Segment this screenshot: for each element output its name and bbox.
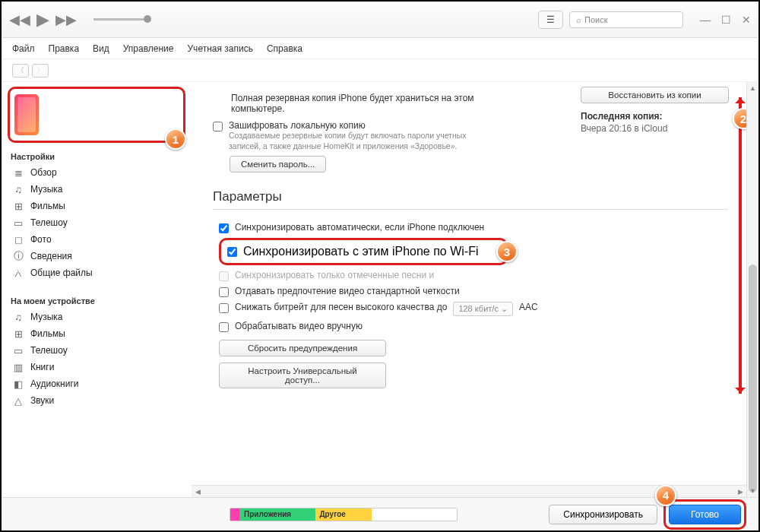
sidebar-settings-item-0[interactable]: ≣Обзор	[8, 164, 185, 181]
vertical-scrollbar[interactable]: ▲ ▼	[746, 82, 758, 497]
lower-bitrate-checkbox[interactable]	[219, 303, 229, 313]
only-checked-checkbox	[219, 271, 229, 281]
sidebar-device-item-0[interactable]: ♫Музыка	[8, 309, 185, 325]
sidebar-settings-item-label-2: Фильмы	[30, 201, 65, 211]
sidebar-device-item-2[interactable]: ▭Телешоу	[8, 342, 185, 359]
minimize-button[interactable]: —	[700, 14, 711, 26]
annotation-badge-1: 1	[165, 128, 186, 150]
backup-right-col: Восстановить из копии Последняя копия: В…	[581, 87, 733, 134]
sidebar-device-item-icon-0: ♫	[12, 312, 24, 322]
maximize-button[interactable]: ☐	[721, 14, 731, 26]
scroll-down-icon[interactable]: ▼	[747, 485, 758, 497]
manual-video-row[interactable]: Обрабатывать видео вручную	[219, 321, 728, 332]
annotation-badge-3: 3	[496, 241, 518, 262]
wifi-sync-checkbox[interactable]	[227, 247, 237, 257]
menu-controls[interactable]: Управление	[123, 43, 174, 54]
list-view-button[interactable]: ☰	[538, 11, 563, 29]
menu-help[interactable]: Справка	[267, 43, 302, 54]
scroll-up-icon[interactable]: ▲	[747, 82, 758, 94]
reset-warnings-button[interactable]: Сбросить предупреждения	[219, 340, 386, 356]
menu-edit[interactable]: Правка	[49, 43, 80, 54]
annotation-badge-4: 4	[655, 485, 676, 506]
storage-apps: Приложения	[239, 508, 315, 521]
prefer-sd-label: Отдавать предпочтение видео стандартной …	[235, 286, 460, 296]
wifi-sync-row[interactable]: Синхронизировать с этим iPhone по Wi-Fi …	[219, 238, 508, 265]
encrypt-label: Зашифровать локальную копию	[229, 120, 487, 131]
search-icon: ⌕	[576, 15, 581, 24]
bitrate-select[interactable]: 128 кбит/с ⌄	[453, 302, 513, 316]
wifi-sync-label: Синхронизировать с этим iPhone по Wi-Fi	[243, 245, 479, 258]
sidebar-device-item-3[interactable]: ▥Книги	[8, 359, 185, 375]
annotation-scroll-arrow	[739, 97, 742, 394]
sidebar-settings-item-6[interactable]: ⩑Общие файлы	[8, 264, 185, 281]
sidebar-device-item-label-2: Телешоу	[30, 345, 68, 356]
done-button[interactable]: Готово	[669, 505, 741, 524]
divider	[213, 209, 728, 210]
sidebar: 1 Настройки ≣Обзор♫Музыка⊞Фильмы▭Телешоу…	[2, 82, 192, 497]
encrypt-checkbox[interactable]	[213, 122, 223, 131]
sidebar-header-settings: Настройки	[8, 147, 185, 164]
sidebar-header-device: На моем устройстве	[8, 292, 185, 309]
forward-button[interactable]: 〉	[32, 64, 49, 78]
sidebar-device-item-4[interactable]: ◧Аудиокниги	[8, 375, 185, 392]
storage-other: Другое	[315, 508, 372, 521]
sidebar-device-item-label-5: Звуки	[30, 395, 54, 406]
close-button[interactable]: ✕	[742, 14, 751, 26]
auto-sync-label: Синхронизировать автоматически, если iPh…	[235, 222, 484, 233]
sidebar-settings-item-5[interactable]: ⓘСведения	[8, 248, 185, 264]
play-icon[interactable]: ▶	[36, 10, 49, 30]
content-pane: Полная резервная копия iPhone будет хран…	[192, 82, 758, 497]
sidebar-settings-item-icon-2: ⊞	[12, 201, 24, 211]
manual-video-label: Обрабатывать видео вручную	[235, 321, 363, 331]
search-input[interactable]: ⌕ Поиск	[569, 11, 683, 28]
lower-bitrate-label: Снижать битрейт для песен высокого качес…	[235, 302, 447, 312]
sidebar-device-item-label-3: Книги	[30, 362, 54, 372]
bitrate-format: AAC	[519, 302, 538, 312]
sidebar-settings-item-1[interactable]: ♫Музыка	[8, 181, 185, 198]
options-title: Параметры	[213, 189, 728, 204]
menu-file[interactable]: Файл	[12, 43, 35, 54]
sidebar-device-item-5[interactable]: △Звуки	[8, 392, 185, 409]
prev-icon[interactable]: ◀◀	[9, 11, 30, 28]
change-password-button[interactable]: Сменить пароль...	[230, 156, 326, 173]
sidebar-settings-item-4[interactable]: ◻Фото	[8, 231, 185, 248]
menu-account[interactable]: Учетная запись	[188, 43, 253, 54]
prefer-sd-checkbox[interactable]	[219, 287, 229, 297]
auto-sync-checkbox[interactable]	[219, 223, 229, 233]
menubar: Файл Правка Вид Управление Учетная запис…	[2, 38, 758, 59]
sidebar-settings-item-icon-6: ⩑	[12, 268, 24, 278]
sidebar-device-item-label-4: Аудиокниги	[30, 378, 79, 389]
sidebar-device-item-label-1: Фильмы	[30, 328, 65, 339]
prefer-sd-row[interactable]: Отдавать предпочтение видео стандартной …	[219, 286, 728, 297]
scroll-left-icon[interactable]: ◀	[192, 486, 204, 497]
sidebar-settings-item-label-1: Музыка	[30, 184, 62, 195]
sidebar-settings-item-label-6: Общие файлы	[30, 268, 93, 278]
scroll-right-icon[interactable]: ▶	[734, 486, 746, 497]
next-icon[interactable]: ▶▶	[55, 11, 77, 28]
last-backup-label: Последняя копия:	[581, 111, 733, 122]
main-area: 1 Настройки ≣Обзор♫Музыка⊞Фильмы▭Телешоу…	[2, 82, 758, 497]
restore-backup-button[interactable]: Восстановить из копии	[581, 87, 729, 103]
back-button[interactable]: 〈	[12, 64, 29, 78]
scroll-thumb[interactable]	[749, 264, 757, 492]
right-controls: ☰ ⌕ Поиск — ☐ ✕	[538, 11, 751, 29]
sidebar-settings-item-3[interactable]: ▭Телешоу	[8, 214, 185, 231]
lower-bitrate-row[interactable]: Снижать битрейт для песен высокого качес…	[219, 302, 728, 316]
manual-video-checkbox[interactable]	[219, 322, 229, 332]
sidebar-settings-item-2[interactable]: ⊞Фильмы	[8, 198, 185, 214]
nav-row: 〈 〉	[2, 59, 758, 82]
sync-button[interactable]: Синхронизировать	[549, 505, 657, 524]
sidebar-device-item-icon-3: ▥	[12, 362, 24, 372]
sidebar-settings-item-icon-3: ▭	[12, 217, 24, 228]
sidebar-device-item-1[interactable]: ⊞Фильмы	[8, 325, 185, 342]
sidebar-settings-item-label-0: Обзор	[30, 167, 57, 178]
universal-access-button[interactable]: Настроить Универсальный доступ...	[219, 363, 386, 388]
menu-view[interactable]: Вид	[93, 43, 109, 54]
encrypt-note: Создаваемые резервные копии будут включа…	[229, 131, 487, 151]
auto-sync-row[interactable]: Синхронизировать автоматически, если iPh…	[219, 222, 728, 233]
sidebar-settings-item-label-5: Сведения	[30, 251, 72, 261]
device-summary[interactable]: 1	[8, 87, 185, 143]
sidebar-device-item-icon-2: ▭	[12, 345, 24, 356]
volume-slider[interactable]	[93, 18, 147, 21]
sidebar-device-item-icon-4: ◧	[12, 378, 24, 389]
